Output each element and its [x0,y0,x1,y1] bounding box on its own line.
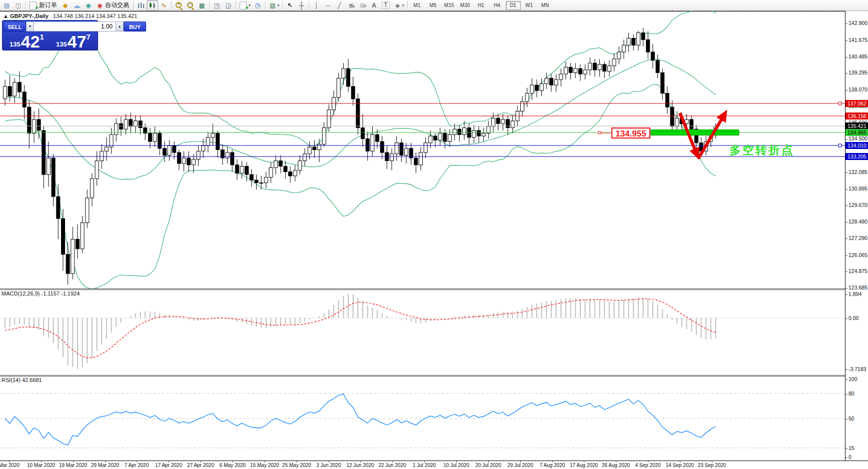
arrange-v-button[interactable] [211,0,223,10]
autotrade-button[interactable]: 自动交易 [94,0,132,10]
rsi-panel-canvas[interactable] [0,376,845,460]
candle-body [260,183,263,184]
grid-button[interactable] [357,0,368,10]
add-template-button[interactable]: ▾ [238,0,252,10]
price-axis[interactable]: 142.900141.675140.485139.295138.070136.8… [845,11,868,460]
date-tick-label: 7 Apr 2020 [125,462,149,468]
window-list-button[interactable] [1,0,13,10]
cursor-button[interactable] [284,0,296,10]
candle-body [665,94,669,108]
candle-body [192,160,195,165]
candle-body [593,63,596,70]
line-drag-handle[interactable] [838,144,841,147]
timeframe-h1-button[interactable]: H1 [474,1,489,10]
price-tick-label: 126.065 [845,252,868,258]
rsi-axis-label: 80 [845,390,868,397]
bar-chart-button[interactable] [135,0,147,10]
timeframe-h4-button[interactable]: H4 [490,1,505,10]
candle-body [607,66,611,72]
candle-body [37,120,41,130]
panel-divider[interactable] [0,375,868,376]
arrange-c-button[interactable] [223,0,234,10]
textA-button[interactable] [368,0,380,10]
date-tick-label: 20 Jul 2020 [475,462,501,468]
price-line-label-136.156: 136.156 [845,112,868,120]
timeframe-m30-button[interactable]: M30 [458,1,473,10]
label-anchor-handle[interactable] [598,132,601,134]
candle-body [240,166,244,174]
community-button[interactable] [71,0,83,10]
candle-body [530,85,534,94]
zoom-in-button[interactable]: + [173,0,185,10]
signals-button[interactable] [83,0,94,10]
cube-button[interactable] [60,0,71,10]
timeframe-mn-button[interactable]: MN [538,1,553,10]
turning-point-annotation-text[interactable]: 多空转折点 [729,142,794,158]
labelT-button[interactable] [380,0,392,10]
candle-body [124,120,128,129]
panel-collapse-icon[interactable]: ▲ [3,13,9,19]
trendline-button[interactable] [334,0,345,10]
candle-body [501,120,505,124]
candle-body [303,154,307,161]
hline-button[interactable] [322,0,334,10]
candle-body [52,158,55,196]
fibo-button[interactable] [345,0,357,10]
volume-input[interactable] [34,22,116,32]
price-line-label-134.010: 134.010 [845,142,868,149]
candle-body [342,68,345,78]
template-img-icon [269,2,277,10]
new-order-button[interactable]: 新订单 [28,0,60,10]
candle-body [646,40,650,52]
candle-body [23,92,26,107]
macd-axis-label: -3.7183 [845,366,868,372]
shapes-button[interactable]: ▾ [392,0,406,10]
candle-chart-button[interactable] [147,0,158,10]
zoom-preview-button[interactable] [13,0,24,10]
line-drag-handle[interactable] [838,102,841,105]
candle-body [651,52,654,60]
candle-body [583,70,587,74]
trend-arrow-up[interactable] [698,117,723,158]
candle-body [617,52,621,59]
candle-body [66,254,70,274]
timeframe-w1-button[interactable]: W1 [522,1,537,10]
buy-price-display[interactable]: 135 47 7 [50,32,97,50]
autotrade-icon [96,2,104,10]
zoom-out-button[interactable]: − [185,0,196,10]
vline-button[interactable] [311,0,322,10]
crosshair-button[interactable] [296,0,307,10]
clock-button[interactable] [252,0,264,10]
timeframe-d1-button[interactable]: D1 [506,1,521,10]
template-img-button[interactable]: ▾ [267,0,281,10]
candle-body [424,143,427,152]
volume-decrease-button[interactable]: ▼ [26,22,34,32]
sell-price-display[interactable]: 135 42 1 [4,32,50,50]
crosshair-icon [297,2,306,10]
volume-increase-button[interactable]: ▲ [116,22,124,32]
bollinger-middle-band [5,59,716,180]
line-chart-button[interactable] [158,0,170,10]
macd-panel-canvas[interactable] [0,290,845,375]
buy-button[interactable]: BUY [124,22,146,32]
candle-body [361,128,365,139]
date-tick-label: 10 Mar 2020 [27,462,55,468]
price-annotation-label[interactable]: 134.955 [611,128,650,138]
candle-body [148,134,152,142]
timeframe-m15-button[interactable]: M15 [442,1,457,10]
date-tick-label: 17 Apr 2020 [155,462,182,468]
candle-body [564,67,567,74]
main-chart-canvas[interactable] [0,11,845,288]
price-tick-label: 129.670 [845,202,868,208]
candle-body [670,107,674,126]
candle-body [622,45,625,52]
timeframe-m1-button[interactable]: M1 [410,1,425,10]
date-axis[interactable]: Mar 202010 Mar 202019 Mar 202029 Mar 202… [0,460,868,469]
timeframe-m5-button[interactable]: M5 [426,1,441,10]
tile-button[interactable] [196,0,208,10]
support-zone-rectangle[interactable] [651,130,739,136]
sell-button[interactable]: SELL [4,22,26,32]
panel-divider[interactable] [0,288,868,290]
candle-body [245,166,249,175]
candle-body [482,134,485,136]
